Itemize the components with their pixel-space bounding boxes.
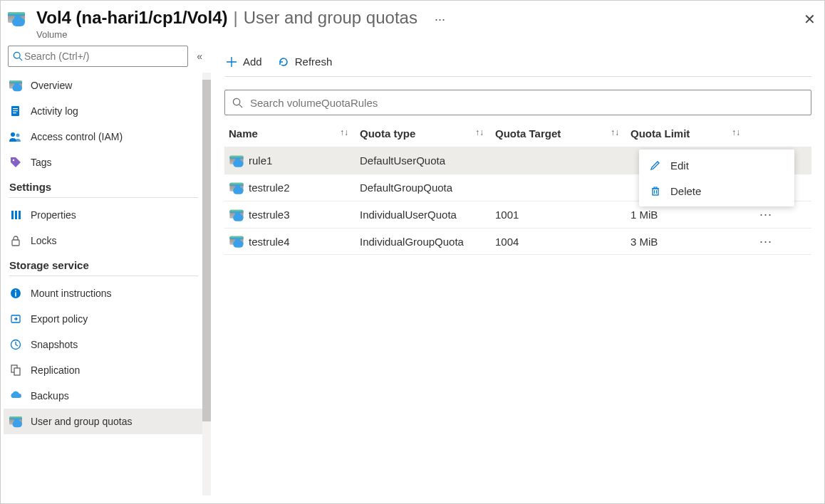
plus-icon [226,56,237,68]
row-actions-button[interactable]: ··· [752,234,780,249]
section-divider [9,197,198,198]
sidebar-item-label: Locks [31,235,57,246]
sidebar-item-label: Overview [31,80,72,91]
refresh-icon [278,56,289,68]
svg-point-20 [233,98,239,105]
context-edit[interactable]: Edit [639,152,794,178]
column-header-type[interactable]: Quota type ↑↓ [360,127,495,140]
svg-line-21 [239,104,242,107]
sidebar-item-backups[interactable]: Backups [4,383,204,409]
main-panel: Add Refresh Name ↑↓ Quota type ↑ [212,44,824,495]
sidebar-item-label: Properties [31,209,76,221]
cell-type: DefaultUserQuota [360,154,495,167]
command-bar: Add Refresh [224,47,811,77]
table-header-row: Name ↑↓ Quota type ↑↓ Quota Target ↑↓ Qu… [224,120,811,147]
properties-icon [9,209,22,221]
info-icon [9,287,22,300]
export-policy-icon [9,313,22,325]
backups-icon [9,389,22,402]
svg-rect-14 [15,293,16,297]
section-divider [9,275,198,276]
activity-log-icon [9,105,22,117]
sidebar-item-label: Export policy [31,313,88,325]
sidebar-scrollbar-thumb[interactable] [202,80,211,421]
svg-point-8 [13,159,14,161]
add-button[interactable]: Add [224,53,264,70]
volume-resource-icon [8,12,29,33]
sort-icon: ↑↓ [611,127,631,137]
column-header-target[interactable]: Quota Target ↑↓ [495,127,631,140]
cell-name: testrule2 [249,182,360,194]
refresh-button[interactable]: Refresh [276,53,334,70]
table-search-input[interactable] [249,96,804,110]
svg-point-0 [14,52,20,58]
edit-icon [649,159,662,171]
overview-icon [9,79,22,92]
collapse-sidebar-icon[interactable]: « [192,48,207,65]
column-header-limit[interactable]: Quota Limit ↑↓ [631,127,752,140]
sidebar-item-label: Mount instructions [31,288,112,299]
row-icon [224,154,249,167]
svg-rect-10 [15,211,17,219]
cell-type: IndividualGroupQuota [360,236,495,248]
table-row[interactable]: testrule4 IndividualGroupQuota 1004 3 Mi… [224,228,811,255]
search-icon [13,51,23,61]
iam-icon [9,130,22,143]
locks-icon [9,234,22,247]
sidebar-search-input[interactable] [23,50,183,63]
header-titles: Vol4 (na-hari1/cp1/Vol4) | User and grou… [36,8,813,40]
sort-icon: ↑↓ [475,127,495,137]
table-search[interactable] [224,90,811,115]
sidebar-item-label: Snapshots [31,339,78,350]
header-more-icon[interactable]: ··· [435,12,445,27]
cell-name: testrule3 [249,209,360,221]
sidebar-item-tags[interactable]: Tags [4,149,204,175]
sidebar-item-overview[interactable]: Overview [4,73,204,98]
sidebar-item-snapshots[interactable]: Snapshots [4,332,204,357]
replication-icon [9,364,22,377]
row-icon [224,182,249,194]
close-icon[interactable]: ✕ [804,11,816,28]
sidebar-item-label: Tags [31,157,52,168]
sidebar-section-storage: Storage service [4,253,204,274]
svg-rect-11 [19,211,21,219]
row-actions-button[interactable]: ··· [752,207,780,222]
cell-target: 1004 [495,236,631,248]
title-separator: | [234,8,238,28]
row-context-menu: Edit Delete [639,149,794,206]
cell-name: testrule4 [249,236,360,248]
delete-icon [649,185,662,196]
add-button-label: Add [243,56,262,68]
sidebar-item-label: Backups [31,390,69,401]
cell-name: rule1 [249,154,360,167]
svg-point-15 [15,290,16,291]
cell-target: 1001 [495,209,631,221]
sidebar-item-label: Activity log [31,105,78,117]
cell-type: IndividualUserQuota [360,209,495,221]
row-icon [224,235,249,248]
page-title-section: User and group quotas [244,8,417,28]
sidebar-item-quotas[interactable]: User and group quotas [4,409,204,434]
sidebar-item-replication[interactable]: Replication [4,357,204,383]
svg-line-1 [19,58,22,61]
context-edit-label: Edit [670,159,689,172]
sidebar-item-iam[interactable]: Access control (IAM) [4,124,204,149]
column-header-name[interactable]: Name ↑↓ [224,127,360,140]
sidebar-item-mount[interactable]: Mount instructions [4,280,204,306]
svg-rect-3 [13,108,18,109]
quotas-icon [9,415,22,428]
svg-rect-9 [11,211,14,219]
refresh-button-label: Refresh [295,56,333,68]
sidebar-search[interactable] [8,46,188,67]
svg-rect-5 [13,112,16,113]
sidebar-item-label: Access control (IAM) [31,131,123,142]
cell-limit: 1 MiB [631,209,752,221]
sidebar-item-properties[interactable]: Properties [4,202,204,228]
svg-point-6 [11,132,15,137]
sidebar-item-export[interactable]: Export policy [4,306,204,332]
sidebar-item-activity-log[interactable]: Activity log [4,98,204,124]
blade-header: Vol4 (na-hari1/cp1/Vol4) | User and grou… [1,1,824,44]
context-delete[interactable]: Delete [639,178,794,204]
page-title-main: Vol4 (na-hari1/cp1/Vol4) [36,8,228,28]
sidebar-item-locks[interactable]: Locks [4,228,204,253]
